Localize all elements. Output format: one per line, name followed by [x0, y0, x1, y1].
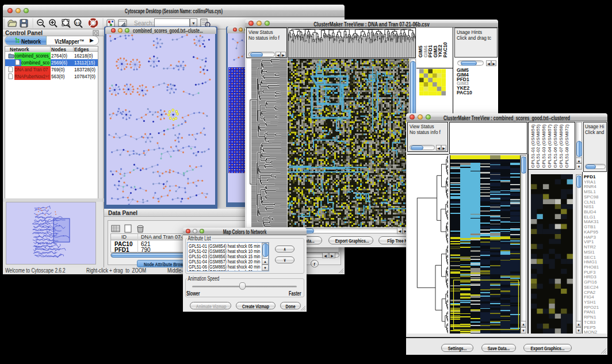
svg-text:1:1: 1:1	[75, 21, 81, 25]
